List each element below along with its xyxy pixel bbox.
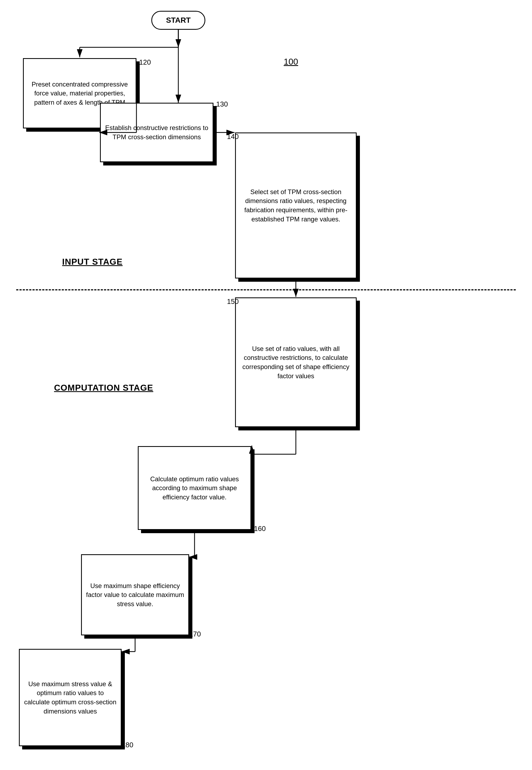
box-150: Use set of ratio values, with all constr… — [235, 297, 357, 427]
ref-160: 160 — [254, 525, 266, 533]
start-label: START — [166, 16, 190, 25]
box-130: Establish constructive restrictions to T… — [100, 103, 213, 162]
input-stage-label: INPUT STAGE — [62, 257, 123, 267]
computation-stage-label: COMPUTATION STAGE — [54, 383, 153, 393]
ref-150: 150 — [227, 297, 239, 306]
box-160-text: Calculate optimum ratio values according… — [143, 475, 246, 502]
ref-100: 100 — [284, 57, 298, 67]
box-140-text: Select set of TPM cross-section dimensio… — [240, 187, 352, 223]
ref-140: 140 — [227, 132, 239, 141]
ref-170: 170 — [189, 630, 201, 638]
diagram-container: START 100 Preset concentrated compressiv… — [0, 0, 532, 770]
box-130-text: Establish constructive restrictions to T… — [105, 123, 209, 141]
divider-line — [16, 289, 516, 290]
box-170: Use maximum shape efficiency factor valu… — [81, 554, 189, 635]
box-180-text: Use maximum stress value & optimum ratio… — [24, 679, 117, 716]
box-170-text: Use maximum shape efficiency factor valu… — [86, 581, 184, 609]
box-150-text: Use set of ratio values, with all constr… — [240, 344, 352, 380]
box-180: Use maximum stress value & optimum ratio… — [19, 649, 122, 746]
ref-180: 180 — [122, 741, 133, 749]
box-160: Calculate optimum ratio values according… — [138, 446, 251, 530]
ref-120: 120 — [139, 58, 151, 66]
start-node: START — [151, 11, 205, 30]
ref-130: 130 — [216, 100, 228, 108]
box-140: Select set of TPM cross-section dimensio… — [235, 132, 357, 278]
